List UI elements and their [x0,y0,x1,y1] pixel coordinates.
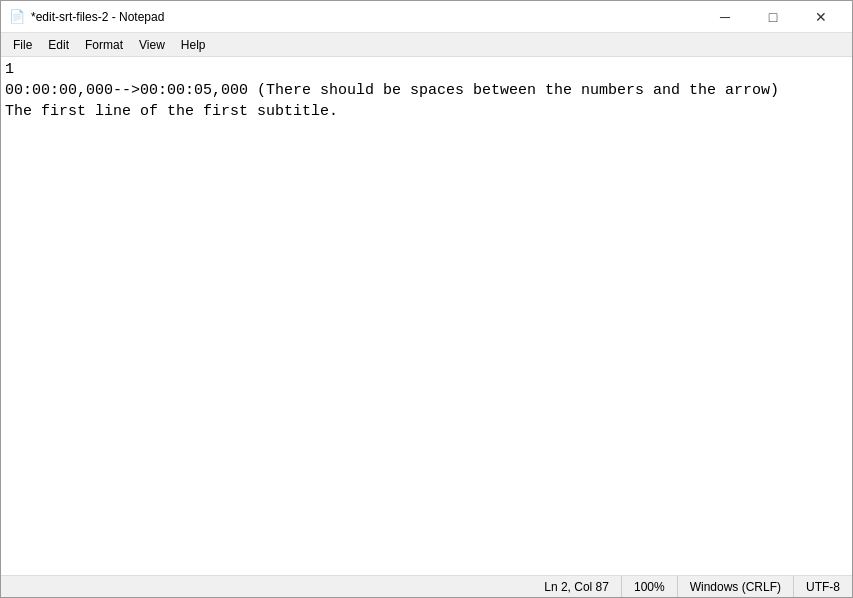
zoom-level: 100% [622,576,678,597]
menu-edit[interactable]: Edit [40,36,77,54]
notepad-window: 📄 *edit-srt-files-2 - Notepad ─ □ ✕ File… [0,0,853,598]
text-editor[interactable] [1,57,852,575]
minimize-button[interactable]: ─ [702,1,748,33]
maximize-button[interactable]: □ [750,1,796,33]
menu-file[interactable]: File [5,36,40,54]
cursor-position: Ln 2, Col 87 [532,576,622,597]
app-icon: 📄 [9,9,25,25]
title-bar-left: 📄 *edit-srt-files-2 - Notepad [9,9,164,25]
close-button[interactable]: ✕ [798,1,844,33]
window-title: *edit-srt-files-2 - Notepad [31,10,164,24]
menu-format[interactable]: Format [77,36,131,54]
title-bar: 📄 *edit-srt-files-2 - Notepad ─ □ ✕ [1,1,852,33]
menu-bar: File Edit Format View Help [1,33,852,57]
status-bar: Ln 2, Col 87 100% Windows (CRLF) UTF-8 [1,575,852,597]
title-bar-controls: ─ □ ✕ [702,1,844,33]
line-ending: Windows (CRLF) [678,576,794,597]
menu-help[interactable]: Help [173,36,214,54]
encoding: UTF-8 [794,576,852,597]
menu-view[interactable]: View [131,36,173,54]
editor-area [1,57,852,575]
